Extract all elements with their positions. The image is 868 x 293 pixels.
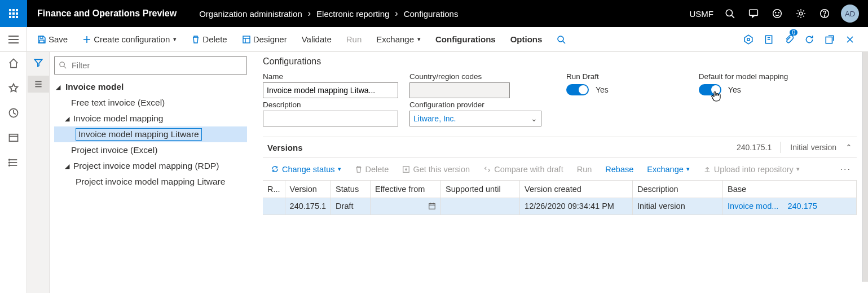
calendar-icon[interactable] (428, 202, 436, 210)
trash-icon (355, 165, 363, 173)
compare-icon (483, 165, 491, 173)
form-row: Description Configuration provider Litwa… (263, 100, 857, 126)
version-exchange-label: Exchange (647, 165, 684, 174)
attachments-count-button[interactable]: 0 (779, 27, 799, 52)
filter-input[interactable] (54, 56, 247, 75)
nav-toggle-button[interactable] (0, 27, 27, 51)
command-bar-wrapper: Save Create configuration ▾ Delete Desig… (0, 27, 868, 52)
caret-down-icon[interactable]: ◢ (54, 84, 62, 91)
create-configuration-button[interactable]: Create configuration ▾ (77, 27, 182, 52)
svg-rect-26 (9, 134, 17, 142)
base-name-link[interactable]: Invoice mod... (728, 202, 778, 211)
settings-button[interactable] (789, 0, 813, 27)
designer-icon (242, 35, 251, 44)
search-button[interactable] (718, 0, 742, 27)
tree-node[interactable]: Project invoice (Excel) (54, 142, 247, 158)
tree-node-selected[interactable]: Invoice model mapping Litware (54, 126, 247, 142)
col-base[interactable]: Base (723, 181, 857, 198)
name-input[interactable] (263, 82, 398, 98)
attachments-badge: 0 (790, 29, 797, 36)
default-mapping-toggle[interactable] (699, 84, 721, 95)
change-status-label: Change status (282, 165, 335, 174)
recent-icon[interactable] (8, 107, 19, 119)
save-icon (37, 35, 46, 44)
home-icon[interactable] (8, 58, 19, 69)
cell-effective[interactable] (371, 198, 441, 215)
app-launcher-button[interactable] (0, 0, 27, 27)
options-menu[interactable]: Options (505, 27, 548, 52)
feedback-button[interactable] (765, 0, 789, 27)
svg-point-5 (778, 12, 779, 13)
validate-button[interactable]: Validate (296, 27, 337, 52)
svg-point-33 (8, 165, 10, 166)
tree-label: Invoice model mapping (73, 113, 163, 124)
user-avatar[interactable]: AD (841, 5, 859, 23)
tree-node[interactable]: ◢ Project invoice model mapping (RDP) (54, 158, 247, 174)
svg-point-8 (824, 16, 825, 16)
base-version-link[interactable]: 240.175 (787, 202, 817, 211)
run-draft-field: Run Draft Yes (566, 72, 609, 98)
rebase-label: Rebase (605, 165, 633, 174)
exchange-button[interactable]: Exchange ▾ (371, 27, 426, 52)
modules-icon[interactable] (8, 157, 19, 168)
section-title: Configurations (263, 56, 857, 67)
chevron-up-icon[interactable]: ⌃ (845, 143, 852, 152)
search-commands-button[interactable] (551, 27, 571, 52)
col-description[interactable]: Description (633, 181, 723, 198)
more-commands-button[interactable]: ··· (837, 164, 854, 174)
company-code[interactable]: USMF (690, 9, 714, 19)
topbar-right: USMF AD (690, 0, 869, 27)
col-created[interactable]: Version created (520, 181, 633, 198)
col-supported[interactable]: Supported until (441, 181, 520, 198)
save-button[interactable]: Save (32, 27, 73, 52)
breadcrumb-item[interactable]: Electronic reporting (316, 9, 389, 19)
rebase-button[interactable]: Rebase (600, 165, 639, 174)
close-button[interactable] (840, 27, 860, 52)
svg-line-17 (563, 41, 565, 43)
plus-icon (82, 35, 91, 44)
versions-command-bar: Change status ▾ Delete Get this version … (263, 158, 857, 181)
caret-down-icon[interactable]: ◢ (63, 115, 71, 123)
attachments-button[interactable] (738, 27, 759, 52)
description-input[interactable] (263, 111, 398, 126)
change-status-button[interactable]: Change status ▾ (265, 165, 347, 174)
grid-row[interactable]: 240.175.1 Draft 12/26/2020 09:34:41 PM I… (263, 198, 857, 215)
scrollbar[interactable] (862, 52, 868, 282)
svg-line-1 (732, 15, 734, 18)
caret-down-icon[interactable]: ◢ (63, 163, 71, 170)
tree-label[interactable]: Invoice model (65, 82, 124, 92)
favorites-icon[interactable] (8, 82, 19, 94)
command-bar: Save Create configuration ▾ Delete Desig… (27, 27, 868, 51)
breadcrumb-item[interactable]: Configurations (404, 9, 459, 19)
breadcrumb-item[interactable]: Organization administration (199, 9, 302, 19)
provider-select[interactable]: Litware, Inc. ⌄ (409, 111, 541, 126)
configurations-menu[interactable]: Configurations (430, 27, 501, 52)
col-effective[interactable]: Effective from (371, 181, 441, 198)
upload-repo-label: Upload into repository (714, 165, 794, 174)
provider-value: Litware, Inc. (413, 114, 456, 123)
refresh-button[interactable] (799, 27, 819, 52)
nav-rail (0, 52, 27, 293)
list-view-icon[interactable] (28, 76, 49, 93)
run-button: Run (341, 27, 368, 52)
filter-icon[interactable] (33, 58, 43, 68)
help-button[interactable] (813, 0, 836, 27)
open-in-office-button[interactable] (759, 27, 779, 52)
chat-button[interactable] (742, 0, 765, 27)
version-exchange-button[interactable]: Exchange ▾ (641, 165, 695, 174)
designer-button[interactable]: Designer (236, 27, 293, 52)
col-version[interactable]: Version (285, 181, 331, 198)
tree-node[interactable]: Free text invoice (Excel) (54, 95, 247, 111)
col-r[interactable]: R... (263, 181, 285, 198)
col-status[interactable]: Status (331, 181, 371, 198)
version-run-label: Run (577, 165, 592, 174)
chevron-right-icon: › (395, 8, 398, 19)
workspaces-icon[interactable] (8, 132, 19, 143)
tree-node[interactable]: ◢ Invoice model mapping (54, 111, 247, 126)
delete-button[interactable]: Delete (186, 27, 232, 52)
tree-node[interactable]: Project invoice model mapping Litware (54, 174, 247, 190)
run-draft-toggle[interactable] (566, 84, 589, 95)
versions-header[interactable]: Versions 240.175.1 Initial version ⌃ (263, 137, 857, 158)
svg-rect-10 (39, 40, 44, 43)
popout-button[interactable] (819, 27, 840, 52)
